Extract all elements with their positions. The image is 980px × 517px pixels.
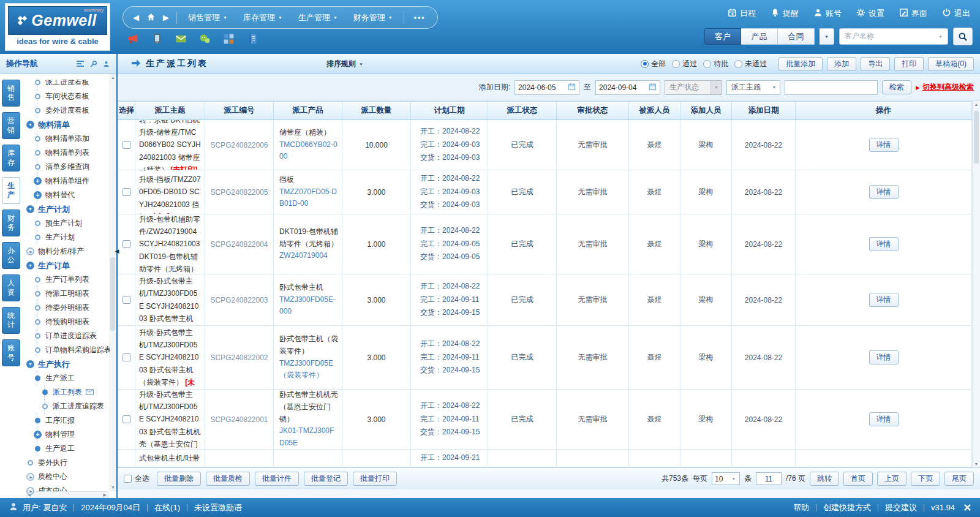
user-menu-calendar[interactable]: 日程 [728, 8, 756, 19]
user-menu-power[interactable]: 退出 [942, 8, 970, 19]
home-icon[interactable] [146, 12, 156, 23]
sidebar-item-待委外明细表[interactable]: 待委外明细表 [25, 301, 116, 315]
sidebar-item-生产订单[interactable]: ▼生产订单 [25, 258, 116, 273]
per-page-select[interactable]: 10▼ [712, 472, 740, 485]
row-checkbox[interactable] [123, 141, 130, 149]
header-button-3[interactable]: 打印 [894, 57, 924, 71]
module-tab-生产[interactable]: 生产 [2, 177, 20, 204]
detail-button[interactable]: 详情 [869, 138, 899, 152]
megaphone-icon[interactable] [126, 32, 140, 45]
footer-link-2[interactable]: 提交建议 [885, 502, 917, 513]
sidebar-item-生产返工[interactable]: 生产返工 [25, 442, 116, 456]
page-button-2[interactable]: 上页 [877, 472, 907, 486]
date-to-input[interactable]: 2024-09-04 [595, 80, 660, 95]
detail-button[interactable]: 详情 [869, 350, 899, 364]
sidebar-item-质检中心[interactable]: ▶质检中心 [25, 470, 116, 484]
tree-horizontal-scrollbar[interactable]: ◀▶ [26, 491, 108, 498]
list-view-icon[interactable] [76, 60, 85, 67]
module-tab-销售[interactable]: 销售 [2, 80, 20, 107]
page-button-4[interactable]: 尾页 [944, 472, 974, 486]
sidebar-item-生产执行[interactable]: ▼生产执行 [25, 357, 116, 371]
production-status-select[interactable]: 生产状态▼ [665, 80, 722, 95]
detail-button[interactable]: 详情 [869, 185, 899, 199]
search-input[interactable]: 客户名称 ▼ [839, 28, 948, 45]
user-menu-bell[interactable]: 提醒 [771, 8, 799, 19]
status-radio-待批[interactable]: 待批 [703, 59, 728, 69]
header-button-2[interactable]: 导出 [861, 57, 890, 71]
module-tab-统计[interactable]: 统计 [2, 307, 20, 334]
header-button-1[interactable]: 添加 [827, 57, 856, 71]
user-menu-screen[interactable]: 界面 [899, 8, 927, 19]
row-checkbox[interactable] [123, 240, 130, 248]
sidebar-item-订单进度追踪表[interactable]: 订单进度追踪表 [25, 329, 116, 343]
sidebar-item-物料清单添加[interactable]: 物料清单添加 [25, 132, 116, 146]
user-menu-gear[interactable]: 设置 [856, 8, 884, 19]
module-tab-人资[interactable]: 人资 [2, 274, 20, 301]
detail-button[interactable]: 详情 [869, 412, 899, 426]
sidebar-item-预生产计划[interactable]: 预生产计划 [25, 216, 116, 230]
sort-rule-dropdown[interactable]: 排序规则▼ [326, 59, 363, 69]
tree-vertical-scrollbar[interactable]: ▲▼ [110, 74, 116, 491]
nav-forward-icon[interactable]: ▶ [163, 13, 169, 21]
search-category-more-button[interactable]: ▼ [820, 28, 834, 45]
nav-back-icon[interactable]: ◀ [133, 13, 139, 21]
status-radio-通过[interactable]: 通过 [672, 59, 697, 69]
date-from-input[interactable]: 2024-06-05 [514, 80, 579, 95]
page-number-input[interactable] [756, 472, 782, 485]
dispatch-subject-select[interactable]: 派工主题▼ [726, 80, 780, 95]
statusbar-online[interactable]: 在线(1) [154, 502, 180, 513]
sidebar-item-生产派工[interactable]: 生产派工 [25, 371, 116, 385]
sidebar-item-派工进度看板[interactable]: 派工进度看板 [25, 80, 116, 89]
header-button-4[interactable]: 草稿箱(0) [928, 57, 974, 71]
module-tab-办公[interactable]: 办公 [2, 242, 20, 269]
header-button-0[interactable]: 批量添加 [778, 57, 823, 71]
page-button-3[interactable]: 下页 [911, 472, 940, 486]
nav-menu-3[interactable]: 财务管理▼ [350, 12, 396, 23]
nav-more-button[interactable]: ••• [412, 13, 428, 22]
sidebar-item-物料替代[interactable]: +物料替代 [25, 188, 116, 202]
row-checkbox[interactable] [123, 353, 130, 361]
sidebar-item-待预购明细表[interactable]: 待预购明细表 [25, 315, 116, 329]
tree-scrollbar-thumb[interactable] [110, 257, 115, 331]
sidebar-collapse-handle[interactable]: ◀ [114, 241, 120, 262]
table-vertical-scrollbar[interactable]: ▲ ▼ [972, 101, 980, 467]
batch-button-0[interactable]: 批量删除 [157, 472, 201, 486]
apps-icon[interactable] [222, 32, 235, 45]
table-scrollbar-thumb[interactable] [974, 111, 979, 164]
sidebar-item-订单物料采购追踪表[interactable]: 订单物料采购追踪表 [25, 343, 116, 357]
status-radio-未通过[interactable]: 未通过 [734, 59, 767, 69]
sidebar-item-物料清单列表[interactable]: 物料清单列表 [25, 146, 116, 160]
row-checkbox[interactable] [123, 188, 130, 196]
detail-button[interactable]: 详情 [869, 293, 899, 307]
monitor-icon[interactable] [150, 32, 164, 45]
sidebar-item-派工进度追踪表[interactable]: 派工进度追踪表 [25, 399, 116, 413]
batch-button-3[interactable]: 批量登记 [304, 472, 348, 486]
page-button-1[interactable]: 首页 [843, 472, 873, 486]
sidebar-item-物料清单[interactable]: ▼物料清单 [25, 118, 116, 132]
nav-menu-1[interactable]: 库存管理▼ [239, 12, 286, 23]
filter-keyword-input[interactable] [785, 80, 878, 95]
sidebar-item-待派工明细表[interactable]: 待派工明细表 [25, 287, 116, 301]
module-tab-账号[interactable]: 账号 [2, 339, 20, 366]
row-checkbox[interactable] [123, 296, 130, 304]
row-checkbox[interactable] [123, 415, 130, 423]
footer-link-3[interactable]: v31.94 [931, 503, 955, 512]
status-radio-全部[interactable]: 全部 [641, 59, 666, 69]
search-tab-1[interactable]: 产品 [741, 28, 778, 45]
module-tab-财务[interactable]: 财务 [2, 209, 20, 236]
nav-menu-2[interactable]: 生产管理▼ [295, 12, 341, 23]
sidebar-item-生产订单列表[interactable]: 生产订单列表 [25, 273, 116, 287]
nav-menu-0[interactable]: 销售管理▼ [184, 12, 231, 23]
advanced-search-link[interactable]: ▶切换到高级检索 [916, 82, 974, 92]
user-menu-user[interactable]: 账号 [813, 8, 842, 19]
sidebar-item-委外执行[interactable]: 委外执行 [25, 456, 116, 470]
batch-button-2[interactable]: 批量计件 [255, 472, 299, 486]
mail-icon[interactable] [174, 32, 187, 45]
search-filter-button[interactable]: 检索 [882, 80, 911, 94]
sidebar-item-委外进度看板[interactable]: 委外进度看板 [25, 104, 116, 118]
footer-link-1[interactable]: 创建快捷方式 [823, 502, 871, 513]
sidebar-item-物料管理[interactable]: +物料管理 [25, 428, 116, 442]
user-view-icon[interactable] [102, 60, 110, 68]
notebook-icon[interactable] [246, 32, 259, 45]
module-tab-库存[interactable]: 库存 [2, 145, 20, 172]
